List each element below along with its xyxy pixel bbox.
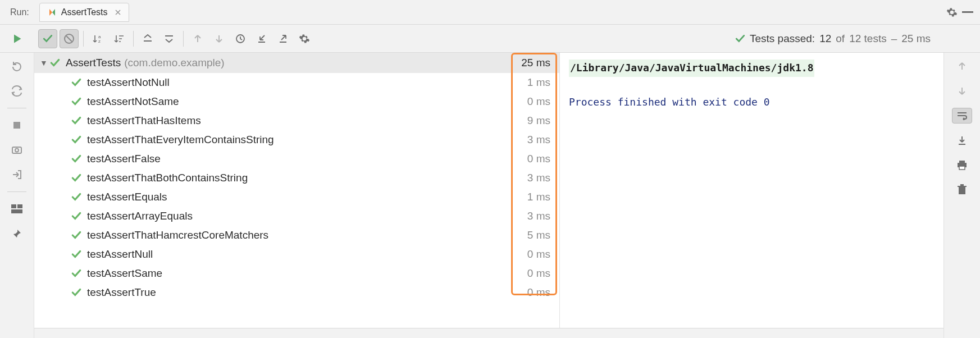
sort-alphabetically-button[interactable]: az (88, 29, 107, 48)
svg-point-7 (15, 149, 19, 152)
test-name: testAssertNotSame (87, 95, 179, 108)
rerun-failed-button[interactable] (7, 58, 27, 74)
clear-all-button[interactable] (952, 182, 972, 198)
test-duration: 0 ms (527, 267, 559, 280)
hide-icon[interactable] (960, 9, 976, 16)
summary-passed: 12 (819, 33, 831, 45)
svg-rect-8 (11, 204, 16, 208)
dump-threads-button[interactable] (7, 142, 27, 158)
import-results-button[interactable] (252, 29, 271, 48)
summary-mid: of (836, 33, 845, 45)
console-exit-line: Process finished with exit code 0 (569, 94, 935, 111)
check-icon (71, 192, 81, 202)
tree-row[interactable]: testAssertNotSame0 ms (34, 92, 559, 111)
tree-row[interactable]: testAssertNotNull1 ms (34, 73, 559, 92)
test-duration: 3 ms (527, 210, 559, 222)
close-icon[interactable] (115, 10, 121, 15)
soft-wrap-button[interactable] (952, 108, 972, 124)
export-results-button[interactable] (274, 29, 293, 48)
check-icon (735, 34, 745, 44)
tab-bar: Run: AssertTests (0, 0, 980, 25)
test-history-button[interactable] (231, 29, 250, 48)
expand-all-button[interactable] (138, 29, 157, 48)
tree-row[interactable]: testAssertSame0 ms (34, 264, 559, 283)
scrollbar-track[interactable] (34, 328, 943, 338)
collapse-arrow-icon[interactable]: ▼ (40, 58, 50, 67)
test-duration: 0 ms (527, 95, 559, 108)
test-name: testAssertThatHasItems (87, 115, 201, 127)
root-package: (com.demo.example) (124, 57, 224, 69)
tree-row[interactable]: testAssertNull0 ms (34, 245, 559, 264)
svg-rect-9 (17, 204, 22, 208)
tree-root-row[interactable]: ▼ AssertTests (com.demo.example) 25 ms (34, 53, 559, 73)
tab-label: AssertTests (61, 7, 108, 17)
console-path: /Library/Java/JavaVirtualMachines/jdk1.8 (569, 60, 814, 77)
print-button[interactable] (952, 157, 972, 173)
console-output[interactable]: /Library/Java/JavaVirtualMachines/jdk1.8… (560, 53, 943, 338)
check-icon (71, 154, 81, 164)
layout-button[interactable] (7, 201, 27, 217)
run-button[interactable] (7, 31, 27, 47)
check-icon (71, 135, 81, 145)
gear-icon[interactable] (944, 4, 960, 20)
test-name: testAssertThatEveryItemContainsString (87, 134, 274, 146)
show-passed-toggle[interactable] (38, 29, 57, 48)
pin-button[interactable] (7, 226, 27, 241)
scroll-down-button[interactable] (952, 83, 972, 99)
test-duration: 1 ms (527, 191, 559, 203)
test-name: testAssertArrayEquals (87, 210, 193, 222)
run-config-icon (48, 8, 57, 17)
stop-button[interactable] (7, 117, 27, 133)
svg-rect-16 (960, 184, 964, 186)
test-settings-button[interactable] (295, 29, 314, 48)
tests-summary: Tests passed: 12 of 12 tests – 25 ms (735, 33, 940, 45)
test-name: testAssertThatBothContainsString (87, 172, 248, 184)
scroll-to-end-button[interactable] (952, 133, 972, 148)
summary-prefix: Tests passed: (750, 33, 815, 45)
test-duration: 0 ms (527, 248, 559, 261)
check-icon (71, 173, 81, 183)
run-label: Run: (10, 7, 29, 17)
test-duration: 3 ms (527, 134, 559, 146)
tab-assert-tests[interactable]: AssertTests (39, 3, 130, 22)
svg-rect-13 (959, 166, 965, 170)
content-area: ▼ AssertTests (com.demo.example) 25 ms t… (34, 53, 944, 338)
test-name: testAssertEquals (87, 191, 167, 203)
tree-row[interactable]: testAssertThatHamcrestCoreMatchers5 ms (34, 226, 559, 245)
check-icon (71, 211, 81, 221)
prev-failed-button[interactable] (188, 29, 207, 48)
check-icon (71, 97, 81, 107)
tree-row[interactable]: testAssertArrayEquals3 ms (34, 207, 559, 226)
test-toolbar: az (34, 25, 944, 53)
test-duration: 3 ms (527, 172, 559, 184)
tree-row[interactable]: testAssertThatBothContainsString3 ms (34, 168, 559, 188)
check-icon (71, 77, 81, 88)
test-duration: 5 ms (527, 229, 559, 241)
tree-row[interactable]: testAssertThatEveryItemContainsString3 m… (34, 130, 559, 149)
tree-row[interactable]: testAssertTrue0 ms (34, 283, 559, 302)
check-icon (71, 287, 81, 298)
check-icon (71, 230, 81, 240)
scroll-up-button[interactable] (952, 58, 972, 74)
collapse-all-button[interactable] (159, 29, 179, 48)
svg-rect-10 (11, 209, 22, 213)
toggle-autotest-button[interactable] (7, 83, 27, 99)
svg-rect-11 (959, 161, 965, 163)
summary-dash: – (891, 33, 897, 45)
check-icon (50, 58, 60, 68)
test-duration: 0 ms (527, 153, 559, 165)
show-ignored-toggle[interactable] (60, 29, 79, 48)
test-name: testAssertNotNull (87, 76, 170, 89)
tree-row[interactable]: testAssertEquals1 ms (34, 188, 559, 207)
exit-button[interactable] (7, 167, 27, 182)
svg-rect-0 (962, 11, 973, 13)
next-failed-button[interactable] (209, 29, 229, 48)
tree-row[interactable]: testAssertThatHasItems9 ms (34, 111, 559, 130)
check-icon (71, 116, 81, 126)
sort-by-duration-button[interactable] (110, 29, 129, 48)
right-gutter (944, 53, 980, 338)
tree-row[interactable]: testAssertFalse0 ms (34, 149, 559, 168)
test-name: testAssertNull (87, 248, 153, 261)
test-tree[interactable]: ▼ AssertTests (com.demo.example) 25 ms t… (34, 53, 560, 338)
summary-time: 25 ms (901, 33, 931, 45)
